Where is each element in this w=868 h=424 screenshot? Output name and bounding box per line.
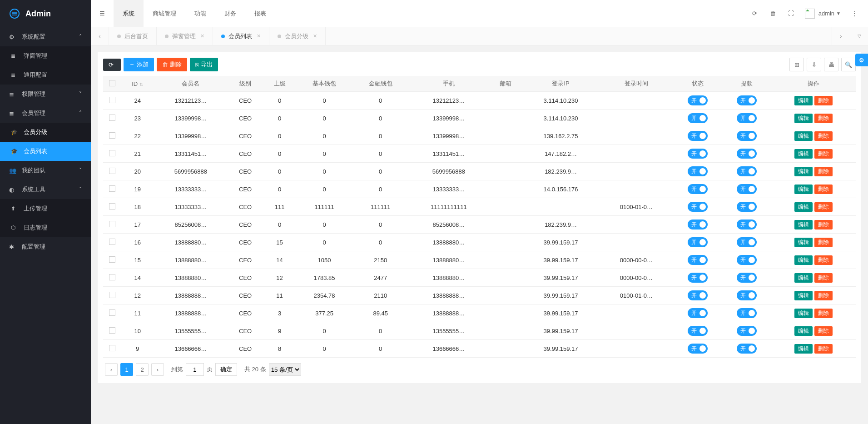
- edit-button[interactable]: 编辑: [794, 238, 813, 247]
- row-checkbox[interactable]: [109, 150, 115, 156]
- row-checkbox[interactable]: [109, 256, 115, 263]
- edit-button[interactable]: 编辑: [794, 167, 813, 176]
- user-menu[interactable]: admin ▼: [800, 9, 845, 19]
- row-checkbox[interactable]: [109, 168, 115, 174]
- row-delete-button[interactable]: 删除: [814, 255, 833, 265]
- status-toggle[interactable]: 开: [688, 131, 708, 141]
- edit-button[interactable]: 编辑: [794, 114, 813, 123]
- sidebar-toggle-button[interactable]: ☰: [91, 0, 114, 27]
- withdraw-toggle[interactable]: 开: [737, 184, 757, 194]
- row-checkbox[interactable]: [109, 115, 115, 121]
- withdraw-toggle[interactable]: 开: [737, 95, 757, 105]
- columns-icon[interactable]: ⊞: [789, 58, 804, 71]
- select-all-checkbox[interactable]: [109, 80, 115, 86]
- tab-1[interactable]: 弹窗管理✕: [157, 27, 213, 45]
- edit-button[interactable]: 编辑: [794, 255, 813, 265]
- edit-button[interactable]: 编辑: [794, 149, 813, 159]
- sidebar-item-0-1[interactable]: ≣通用配置: [0, 65, 91, 85]
- page-size-select[interactable]: 15 条/页: [269, 363, 301, 376]
- sidebar-group-5[interactable]: ✱配置管理: [0, 237, 91, 256]
- sidebar-group-3[interactable]: 👥我的团队˅: [0, 161, 91, 180]
- fullscreen-icon[interactable]: ⛶: [782, 0, 800, 27]
- withdraw-toggle[interactable]: 开: [737, 149, 757, 159]
- withdraw-toggle[interactable]: 开: [737, 131, 757, 141]
- row-checkbox[interactable]: [109, 345, 115, 351]
- row-delete-button[interactable]: 删除: [814, 202, 833, 212]
- edit-button[interactable]: 编辑: [794, 220, 813, 229]
- tab-0[interactable]: 后台首页: [109, 27, 157, 45]
- row-checkbox[interactable]: [109, 221, 115, 227]
- withdraw-toggle[interactable]: 开: [737, 344, 757, 354]
- status-toggle[interactable]: 开: [688, 344, 708, 354]
- refresh-button[interactable]: ⟳: [103, 59, 121, 71]
- row-delete-button[interactable]: 删除: [814, 309, 833, 318]
- status-toggle[interactable]: 开: [688, 273, 708, 283]
- sidebar-item-4-0[interactable]: ⬆上传管理: [0, 199, 91, 218]
- add-button[interactable]: ＋添加: [124, 58, 154, 71]
- row-delete-button[interactable]: 删除: [814, 185, 833, 194]
- withdraw-toggle[interactable]: 开: [737, 219, 757, 229]
- row-checkbox[interactable]: [109, 203, 115, 210]
- tabs-scroll-right[interactable]: ›: [832, 27, 850, 45]
- edit-button[interactable]: 编辑: [794, 344, 813, 354]
- edit-button[interactable]: 编辑: [794, 273, 813, 283]
- delete-button[interactable]: 🗑删除: [157, 58, 187, 71]
- sidebar-item-4-1[interactable]: ⬡日志管理: [0, 218, 91, 237]
- close-icon[interactable]: ✕: [313, 33, 317, 39]
- status-toggle[interactable]: 开: [688, 202, 708, 212]
- row-delete-button[interactable]: 删除: [814, 291, 833, 300]
- row-checkbox[interactable]: [109, 327, 115, 334]
- row-delete-button[interactable]: 删除: [814, 131, 833, 141]
- export-table-icon[interactable]: ⇩: [807, 58, 821, 71]
- tabs-dropdown[interactable]: ▽: [850, 27, 868, 45]
- withdraw-toggle[interactable]: 开: [737, 290, 757, 300]
- topnav-item-1[interactable]: 商城管理: [144, 0, 185, 27]
- page-next[interactable]: ›: [151, 363, 164, 376]
- withdraw-toggle[interactable]: 开: [737, 326, 757, 336]
- page-number-2[interactable]: 2: [136, 363, 149, 376]
- status-toggle[interactable]: 开: [688, 290, 708, 300]
- row-checkbox[interactable]: [109, 274, 115, 280]
- sidebar-group-4[interactable]: ◐系统工具˄: [0, 180, 91, 199]
- withdraw-toggle[interactable]: 开: [737, 308, 757, 318]
- withdraw-toggle[interactable]: 开: [737, 255, 757, 265]
- goto-input[interactable]: [186, 363, 204, 376]
- row-delete-button[interactable]: 删除: [814, 344, 833, 354]
- sidebar-item-2-1[interactable]: 🎓会员列表: [0, 142, 91, 161]
- status-toggle[interactable]: 开: [688, 237, 708, 247]
- row-checkbox[interactable]: [109, 309, 115, 316]
- goto-confirm[interactable]: 确定: [215, 363, 237, 376]
- close-icon[interactable]: ✕: [257, 33, 261, 39]
- status-toggle[interactable]: 开: [688, 95, 708, 105]
- sidebar-group-0[interactable]: ⚙系统配置˄: [0, 27, 91, 46]
- edit-button[interactable]: 编辑: [794, 309, 813, 318]
- withdraw-toggle[interactable]: 开: [737, 237, 757, 247]
- row-delete-button[interactable]: 删除: [814, 220, 833, 229]
- print-icon[interactable]: 🖶: [824, 58, 838, 71]
- status-toggle[interactable]: 开: [688, 255, 708, 265]
- row-delete-button[interactable]: 删除: [814, 167, 833, 176]
- row-checkbox[interactable]: [109, 185, 115, 192]
- row-checkbox[interactable]: [109, 239, 115, 245]
- withdraw-toggle[interactable]: 开: [737, 113, 757, 123]
- refresh-icon[interactable]: ⟳: [746, 0, 764, 27]
- row-checkbox[interactable]: [109, 292, 115, 298]
- sidebar-group-1[interactable]: ≣权限管理˅: [0, 85, 91, 104]
- more-icon[interactable]: ⋮: [845, 0, 863, 27]
- row-checkbox[interactable]: [109, 97, 115, 103]
- withdraw-toggle[interactable]: 开: [737, 273, 757, 283]
- withdraw-toggle[interactable]: 开: [737, 202, 757, 212]
- row-delete-button[interactable]: 删除: [814, 96, 833, 105]
- status-toggle[interactable]: 开: [688, 219, 708, 229]
- edit-button[interactable]: 编辑: [794, 326, 813, 336]
- topnav-item-3[interactable]: 财务: [215, 0, 245, 27]
- row-delete-button[interactable]: 删除: [814, 238, 833, 247]
- page-number-1[interactable]: 1: [120, 363, 133, 376]
- status-toggle[interactable]: 开: [688, 113, 708, 123]
- settings-widget-icon[interactable]: ⚙: [855, 54, 868, 66]
- sidebar-item-0-0[interactable]: ≣弹窗管理: [0, 46, 91, 65]
- row-delete-button[interactable]: 删除: [814, 326, 833, 336]
- edit-button[interactable]: 编辑: [794, 291, 813, 300]
- row-delete-button[interactable]: 删除: [814, 114, 833, 123]
- topnav-item-4[interactable]: 报表: [245, 0, 275, 27]
